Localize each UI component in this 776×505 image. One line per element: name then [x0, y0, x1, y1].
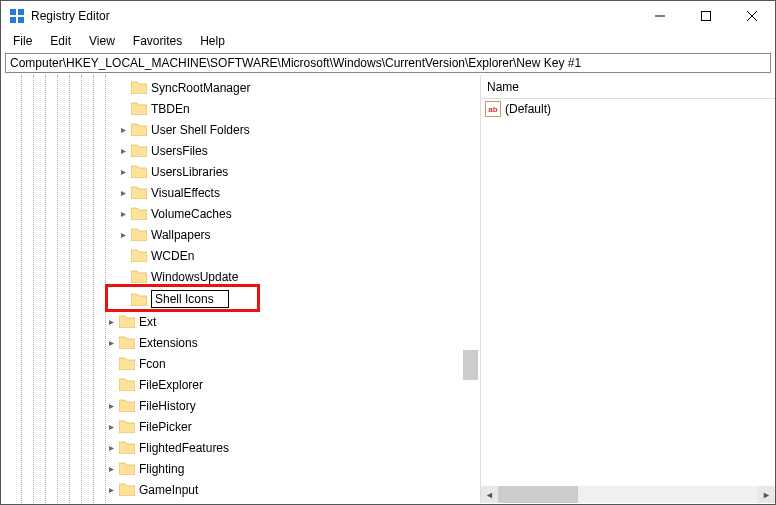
tree-node[interactable]: ▸Ext [1, 311, 480, 332]
expand-icon[interactable]: ▸ [117, 208, 129, 219]
maximize-button[interactable] [683, 1, 729, 31]
tree-node[interactable]: SyncRootManager [1, 77, 480, 98]
expand-icon[interactable]: ▸ [117, 124, 129, 135]
expand-icon[interactable]: ▸ [117, 145, 129, 156]
tree-node[interactable]: ▸Extensions [1, 332, 480, 353]
expand-icon[interactable]: ▸ [117, 229, 129, 240]
folder-icon [119, 315, 135, 328]
folder-icon [131, 293, 147, 306]
tree-node[interactable]: ▸FlightedFeatures [1, 437, 480, 458]
svg-rect-1 [18, 9, 24, 15]
folder-icon [119, 357, 135, 370]
tree-node[interactable]: ▸UsersFiles [1, 140, 480, 161]
folder-icon [119, 420, 135, 433]
tree-node-label: FileExplorer [139, 378, 203, 392]
tree-node[interactable]: Fcon [1, 353, 480, 374]
close-button[interactable] [729, 1, 775, 31]
hscroll-thumb[interactable] [498, 486, 578, 503]
tree-node[interactable] [1, 287, 480, 311]
tree-node-label: Wallpapers [151, 228, 211, 242]
tree-node-label: WindowsUpdate [151, 270, 238, 284]
address-bar[interactable]: Computer\HKEY_LOCAL_MACHINE\SOFTWARE\Mic… [5, 53, 771, 73]
menu-edit[interactable]: Edit [42, 33, 79, 49]
folder-icon [131, 123, 147, 136]
expand-icon[interactable]: ▸ [117, 187, 129, 198]
menu-view[interactable]: View [81, 33, 123, 49]
tree-node[interactable]: WindowsUpdate [1, 266, 480, 287]
folder-icon [119, 378, 135, 391]
tree-node-label: SyncRootManager [151, 81, 250, 95]
folder-icon [131, 186, 147, 199]
value-header[interactable]: Name [481, 75, 775, 99]
window-title: Registry Editor [31, 9, 637, 23]
tree-node-label: Ext [139, 315, 156, 329]
tree-node[interactable]: ▸FileHistory [1, 395, 480, 416]
string-value-icon: ab [485, 101, 501, 117]
expand-icon[interactable]: ▸ [105, 400, 117, 411]
app-icon [9, 8, 25, 24]
tree-node-label: TBDEn [151, 102, 190, 116]
value-name: (Default) [505, 102, 551, 116]
tree-node-label: FileHistory [139, 399, 196, 413]
tree-node[interactable]: TBDEn [1, 98, 480, 119]
tree-node[interactable]: FileExplorer [1, 374, 480, 395]
menu-file[interactable]: File [5, 33, 40, 49]
minimize-button[interactable] [637, 1, 683, 31]
value-row[interactable]: ab (Default) [481, 99, 775, 119]
expand-icon[interactable]: ▸ [105, 337, 117, 348]
tree-node[interactable]: WCDEn [1, 245, 480, 266]
tree-node[interactable]: ▸GameInput [1, 479, 480, 500]
tree-node[interactable]: ▸Flighting [1, 458, 480, 479]
folder-icon [131, 165, 147, 178]
folder-icon [119, 399, 135, 412]
folder-icon [131, 81, 147, 94]
tree-pane[interactable]: SyncRootManagerTBDEn▸User Shell Folders▸… [1, 75, 481, 503]
folder-icon [131, 144, 147, 157]
svg-rect-3 [18, 17, 24, 23]
rename-input[interactable] [151, 290, 229, 308]
tree-scrollbar-thumb[interactable] [463, 350, 478, 380]
tree-node-label: Extensions [139, 336, 198, 350]
tree-node[interactable]: ▸FilePicker [1, 416, 480, 437]
svg-rect-0 [10, 9, 16, 15]
tree-node[interactable]: ▸Wallpapers [1, 224, 480, 245]
expand-icon[interactable]: ▸ [117, 166, 129, 177]
folder-icon [119, 441, 135, 454]
folder-icon [131, 249, 147, 262]
tree-node-label: WCDEn [151, 249, 194, 263]
value-pane[interactable]: Name ab (Default) ◄ ► [481, 75, 775, 503]
folder-icon [131, 102, 147, 115]
tree-node-label: FlightedFeatures [139, 441, 229, 455]
folder-icon [119, 483, 135, 496]
menu-help[interactable]: Help [192, 33, 233, 49]
expand-icon[interactable]: ▸ [105, 421, 117, 432]
expand-icon[interactable]: ▸ [105, 484, 117, 495]
folder-icon [131, 207, 147, 220]
expand-icon[interactable]: ▸ [105, 316, 117, 327]
folder-icon [131, 228, 147, 241]
tree-node-label: Fcon [139, 357, 166, 371]
folder-icon [119, 462, 135, 475]
menubar: File Edit View Favorites Help [1, 31, 775, 51]
tree-node[interactable]: ▸UsersLibraries [1, 161, 480, 182]
scroll-left-icon[interactable]: ◄ [481, 486, 498, 503]
tree-node[interactable]: ▸VolumeCaches [1, 203, 480, 224]
tree-node[interactable]: ▸VisualEffects [1, 182, 480, 203]
menu-favorites[interactable]: Favorites [125, 33, 190, 49]
tree-node-label: User Shell Folders [151, 123, 250, 137]
tree-node[interactable]: GameInstaller [1, 500, 480, 503]
value-hscrollbar[interactable]: ◄ ► [481, 486, 775, 503]
tree-node-label: VolumeCaches [151, 207, 232, 221]
tree-node-label: GameInput [139, 483, 198, 497]
folder-icon [131, 270, 147, 283]
column-name[interactable]: Name [481, 78, 525, 96]
svg-rect-5 [702, 12, 711, 21]
expand-icon[interactable]: ▸ [105, 463, 117, 474]
tree-node[interactable]: ▸User Shell Folders [1, 119, 480, 140]
tree-node-label: FilePicker [139, 420, 192, 434]
expand-icon[interactable]: ▸ [105, 442, 117, 453]
tree-node-label: VisualEffects [151, 186, 220, 200]
tree-node-label: UsersLibraries [151, 165, 228, 179]
titlebar: Registry Editor [1, 1, 775, 31]
scroll-right-icon[interactable]: ► [758, 486, 775, 503]
